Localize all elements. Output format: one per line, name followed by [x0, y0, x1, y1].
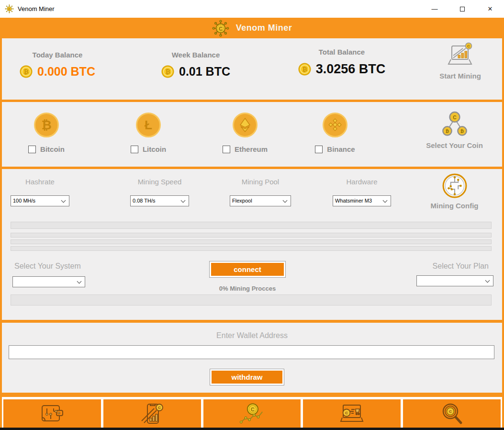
wallet-address-input[interactable] — [9, 345, 494, 359]
select-plan-label: Select Your Plan — [433, 262, 489, 271]
binance-diamond-icon — [328, 118, 342, 132]
coin-item-litcoin: Ł Litcoin — [112, 113, 184, 153]
bitcoin-coin-icon: ₿ — [34, 113, 59, 137]
coin-search-icon: C — [440, 402, 464, 425]
start-mining-button[interactable]: C Start Mining — [418, 42, 502, 80]
header-title: Venom Miner — [236, 23, 292, 33]
mobile-mining-tile-button[interactable]: C — [103, 399, 201, 428]
bitcoin-checkbox-row[interactable]: Bitcoin — [11, 145, 82, 153]
ethereum-checkbox[interactable] — [223, 146, 230, 153]
select-your-coin-label: Select Your Coin — [413, 141, 496, 149]
coin-item-binance: Binance — [299, 113, 371, 153]
svg-text:C: C — [8, 8, 11, 11]
today-balance-value: 0.000 BTC — [37, 65, 95, 79]
chevron-down-icon — [77, 279, 82, 283]
bottom-dock: C C — [0, 397, 504, 428]
today-balance-label: Today Balance — [10, 51, 105, 59]
wallet-tile-button[interactable] — [3, 399, 101, 428]
binance-coin-icon — [323, 113, 347, 137]
coin-chart-icon: C — [239, 403, 265, 425]
btc-coin-icon: ₿ — [298, 63, 311, 76]
start-mining-label: Start Mining — [418, 72, 502, 80]
minimize-button[interactable]: — — [421, 0, 448, 18]
mining-progressbar-3 — [11, 239, 492, 244]
ethereum-label: Ethereum — [235, 145, 268, 153]
svg-text:₿: ₿ — [302, 66, 307, 73]
ethereum-coin-icon — [233, 113, 258, 137]
config-section: Hashrate 100 MH/s Mining Speed 0.08 TH/s… — [0, 169, 504, 323]
window-bottom-edge — [0, 428, 504, 430]
svg-text:₿: ₿ — [445, 129, 449, 134]
mining-stats-laptop-icon: C — [446, 42, 475, 69]
coin-search-tile-button[interactable]: C — [403, 399, 501, 428]
hardware-select[interactable]: Whatsminer M3 — [333, 195, 391, 206]
balance-section: Today Balance ₿ 0.000 BTC Week Balance ₿… — [0, 38, 504, 102]
withdraw-button-label: withdraw — [212, 371, 282, 384]
connect-button[interactable]: connect — [209, 261, 286, 278]
window-controls: — ✕ — [421, 0, 504, 18]
btc-coin-icon: ₿ — [161, 65, 174, 78]
svg-text:₿: ₿ — [165, 68, 170, 75]
binance-checkbox-row[interactable]: Binance — [299, 145, 371, 153]
litecoin-coin-icon: Ł — [136, 113, 161, 137]
svg-text:C: C — [219, 25, 223, 31]
mining-progressbar-4 — [11, 246, 492, 251]
hashrate-select[interactable]: 100 MH/s — [11, 195, 69, 206]
litcoin-checkbox[interactable] — [131, 146, 138, 153]
chevron-down-icon — [283, 198, 288, 203]
connect-button-label: connect — [211, 263, 284, 276]
ethereum-checkbox-row[interactable]: Ethereum — [209, 145, 281, 153]
select-system-label: Select Your System — [14, 262, 81, 271]
coin-item-bitcoin: ₿ Bitcoin — [11, 113, 82, 153]
coin-chart-tile-button[interactable]: C — [203, 399, 301, 428]
wallet-section: Enter Wallet Address withdraw — [0, 323, 504, 397]
mining-progressbar-main — [11, 294, 492, 306]
total-balance: Total Balance ₿ 3.0256 BTC — [287, 48, 397, 77]
chevron-down-icon — [485, 278, 490, 283]
svg-text:C: C — [453, 115, 457, 120]
mobile-mining-stats-icon: C — [140, 403, 165, 425]
mining-progressbar-2 — [11, 233, 492, 238]
maximize-icon — [460, 7, 465, 11]
binance-label: Binance — [327, 145, 355, 153]
hardware-label: Hardware — [333, 178, 391, 186]
today-balance: Today Balance ₿ 0.000 BTC — [10, 51, 105, 79]
withdraw-button[interactable]: withdraw — [210, 369, 284, 385]
window-title: Venom Miner — [18, 5, 55, 12]
coin-network-icon: C ₿ ₿ — [440, 111, 469, 138]
laptop-payment-icon: C — [338, 403, 365, 424]
svg-text:C: C — [449, 409, 452, 414]
coin-item-ethereum: Ethereum — [209, 113, 281, 153]
mining-config-label: Mining Config — [413, 202, 496, 210]
litcoin-checkbox-row[interactable]: Litcoin — [112, 145, 184, 153]
hashrate-field: Hashrate 100 MH/s — [11, 178, 69, 206]
maximize-button[interactable] — [448, 0, 476, 18]
wallet-address-label: Enter Wallet Address — [2, 331, 502, 340]
circuit-chip-icon — [442, 173, 468, 199]
mining-speed-label: Mining Speed — [130, 178, 189, 186]
title-bar: C Venom Miner — ✕ — [0, 0, 504, 18]
week-balance-label: Week Balance — [146, 51, 246, 59]
coin-section: ₿ Bitcoin Ł Litcoin — [0, 102, 504, 169]
binance-checkbox[interactable] — [315, 146, 323, 153]
bitcoin-checkbox[interactable] — [28, 146, 36, 153]
bitcoin-label: Bitcoin — [40, 145, 65, 153]
mining-config-button[interactable]: Mining Config — [413, 173, 496, 210]
select-your-coin-button[interactable]: C ₿ ₿ Select Your Coin — [413, 111, 496, 149]
laptop-payment-tile-button[interactable]: C — [303, 399, 401, 428]
select-system-select[interactable] — [12, 276, 85, 287]
circuit-wallet-icon — [40, 403, 65, 424]
mining-pool-label: Mining Pool — [230, 178, 291, 186]
mining-speed-select[interactable]: 0.08 TH/s — [130, 195, 189, 206]
chevron-down-icon — [61, 198, 66, 203]
btc-coin-icon: ₿ — [20, 65, 33, 78]
close-button[interactable]: ✕ — [476, 0, 504, 18]
hardware-field: Hardware Whatsminer M3 — [333, 178, 391, 206]
litcoin-label: Litcoin — [143, 145, 166, 153]
app-virus-coin-icon: C — [5, 4, 14, 13]
svg-text:C: C — [467, 44, 470, 48]
mining-pool-select[interactable]: Flexpool — [230, 195, 291, 206]
svg-text:C: C — [158, 406, 161, 410]
mining-progressbar-1 — [11, 222, 492, 229]
select-plan-select[interactable] — [416, 275, 493, 286]
